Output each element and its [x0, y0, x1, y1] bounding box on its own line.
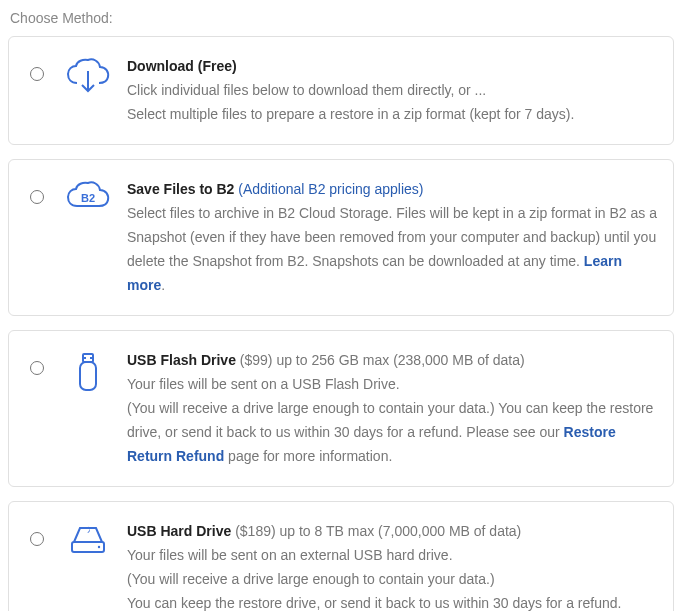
svg-point-7: [98, 546, 100, 548]
usb-hard-drive-icon: [68, 522, 108, 559]
svg-rect-3: [80, 362, 96, 390]
option-download-desc1: Click individual files below to download…: [127, 79, 657, 103]
option-usb-flash[interactable]: USB Flash Drive ($99) up to 256 GB max (…: [8, 330, 674, 487]
choose-method-label: Choose Method:: [10, 10, 674, 26]
usb-flash-line1: Your files will be sent on a USB Flash D…: [127, 373, 657, 397]
option-usb-hard-extra: ($189) up to 8 TB max (7,000,000 MB of d…: [231, 523, 521, 539]
usb-flash-icon: [76, 351, 100, 398]
usb-hard-line1: Your files will be sent on an external U…: [127, 544, 657, 568]
option-b2[interactable]: B2 Save Files to B2 (Additional B2 prici…: [8, 159, 674, 316]
option-usb-flash-title: USB Flash Drive: [127, 352, 236, 368]
usb-hard-line2: (You will receive a drive large enough t…: [127, 568, 657, 592]
option-b2-title: Save Files to B2: [127, 181, 234, 197]
svg-text:B2: B2: [81, 192, 95, 204]
option-usb-flash-extra: ($99) up to 256 GB max (238,000 MB of da…: [236, 352, 525, 368]
option-b2-desc: Select files to archive in B2 Cloud Stor…: [127, 205, 657, 269]
option-usb-hard-title: USB Hard Drive: [127, 523, 231, 539]
usb-flash-line3: page for more information.: [224, 448, 392, 464]
usb-hard-line3: You can keep the restore drive, or send …: [127, 595, 621, 611]
option-download-title: Download (Free): [127, 58, 237, 74]
cloud-download-icon: [65, 57, 111, 98]
radio-b2[interactable]: [30, 190, 44, 204]
radio-download[interactable]: [30, 67, 44, 81]
b2-period: .: [161, 277, 165, 293]
radio-usb-hard[interactable]: [30, 532, 44, 546]
option-usb-hard[interactable]: USB Hard Drive ($189) up to 8 TB max (7,…: [8, 501, 674, 611]
radio-usb-flash[interactable]: [30, 361, 44, 375]
option-download[interactable]: Download (Free) Click individual files b…: [8, 36, 674, 145]
b2-pricing-link[interactable]: (Additional B2 pricing applies): [234, 181, 423, 197]
cloud-b2-icon: B2: [65, 180, 111, 215]
option-download-desc2: Select multiple files to prepare a resto…: [127, 103, 657, 127]
